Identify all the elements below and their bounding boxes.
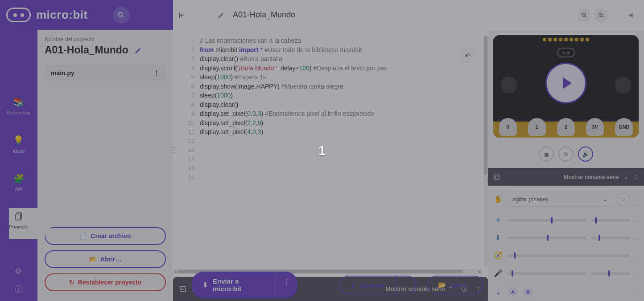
- expand-icon[interactable]: ⌄: [635, 235, 639, 241]
- expand-icon[interactable]: ⌄: [635, 217, 639, 223]
- expand-icon[interactable]: ⌄: [635, 270, 639, 276]
- zoom-out-button[interactable]: [577, 8, 591, 22]
- edge-pin-GND[interactable]: GND: [615, 118, 633, 136]
- file-title: A01-Hola_Mundo: [233, 10, 295, 20]
- sim-audio-button[interactable]: 🔊: [578, 146, 593, 162]
- svg-point-0: [119, 12, 123, 16]
- sensor-sound: 🎤 ⌄: [488, 264, 644, 282]
- file-name: main.py: [51, 69, 74, 77]
- bottom-action-bar: ⬇ Enviar a micro:bit ⋮ ⤓ Guardar ⋮ 📂 Abr…: [192, 273, 483, 297]
- pins-icon: ⇣: [493, 288, 503, 297]
- folder-icon: 📂: [438, 281, 446, 289]
- sound-slider-2[interactable]: [591, 272, 630, 275]
- nav-ideas[interactable]: 💡 Ideas: [13, 135, 25, 154]
- edge-pin-3V[interactable]: 3V: [586, 118, 604, 136]
- expand-icon[interactable]: ⌄: [635, 289, 639, 295]
- board-button-a[interactable]: [500, 77, 517, 94]
- open-file-button[interactable]: 📂 Abrir…: [45, 250, 166, 268]
- book-icon: 📚: [13, 97, 24, 107]
- nav-label: Ideas: [13, 148, 25, 154]
- send-more-button[interactable]: ⋮: [276, 272, 297, 298]
- sensor-compass: 🧭 ⌄: [488, 247, 644, 264]
- sensor-light: ☀ ⌄: [488, 212, 644, 229]
- simulator-play-button[interactable]: [545, 63, 586, 104]
- gesture-icon: ✋: [493, 195, 503, 203]
- nav-api[interactable]: 🧩 API: [13, 173, 25, 192]
- open-button[interactable]: 📂 Abrir…: [427, 276, 483, 294]
- edit-filename-icon[interactable]: [218, 12, 225, 19]
- logo-area: micro:bit: [0, 0, 173, 30]
- collapse-sidebar-button[interactable]: [173, 11, 191, 19]
- pin-chip-b[interactable]: B: [523, 287, 533, 297]
- svg-line-6: [585, 16, 586, 17]
- simulator-panel: 0123VGND ◼ ↻ 🔊 ⋮ Mostrar consola serie ⌄…: [488, 30, 644, 301]
- temp-slider[interactable]: [508, 236, 586, 239]
- left-nav: 📚 Referencia 💡 Ideas 🧩 API Proyecto ⚙ ⓘ: [0, 30, 37, 301]
- terminal-icon: [493, 174, 500, 180]
- edge-pin-0[interactable]: 0: [499, 118, 517, 136]
- gesture-select[interactable]: agitar (shake) ⌄: [508, 192, 612, 207]
- svg-rect-17: [494, 175, 499, 179]
- console-more-icon[interactable]: ⋮: [633, 174, 639, 180]
- board-logo-icon: [557, 48, 575, 57]
- nav-reference[interactable]: 📚 Referencia: [7, 97, 30, 115]
- undo-button[interactable]: ↶: [459, 48, 475, 64]
- nav-project[interactable]: Proyecto: [9, 212, 28, 229]
- chevron-down-icon: ⌄: [603, 196, 607, 203]
- save-button[interactable]: ⤓ Guardar: [339, 276, 396, 295]
- help-icon[interactable]: ⓘ: [15, 284, 23, 295]
- edit-project-icon[interactable]: [135, 47, 142, 54]
- chevron-down-icon[interactable]: ⌄: [623, 174, 628, 180]
- sound-slider[interactable]: [508, 272, 586, 275]
- splitter-handle[interactable]: ⋮: [484, 177, 491, 184]
- zoom-in-button[interactable]: [594, 8, 608, 22]
- expand-icon[interactable]: ⌄: [635, 196, 639, 202]
- gesture-play-button[interactable]: ▷: [617, 193, 630, 206]
- reset-icon: ↻: [69, 279, 74, 286]
- light-slider[interactable]: [508, 219, 586, 222]
- project-label: Nombre del proyecto: [45, 36, 166, 42]
- light-slider-2[interactable]: [591, 219, 630, 222]
- microbit-logo-icon: [6, 8, 31, 22]
- nav-label: Referencia: [7, 110, 30, 115]
- nav-label: API: [15, 187, 23, 192]
- sensor-temperature: 🌡 ⌄: [488, 229, 644, 247]
- thermometer-icon: 🌡: [493, 234, 503, 242]
- terminal-icon: [179, 285, 186, 293]
- edge-pin-1[interactable]: 1: [528, 118, 546, 136]
- reset-project-button[interactable]: ↻ Restablecer proyecto: [45, 273, 166, 291]
- folder-icon: 📂: [89, 256, 97, 263]
- edge-pin-2[interactable]: 2: [557, 118, 575, 136]
- sim-restart-button[interactable]: ↻: [558, 146, 574, 162]
- svg-rect-14: [16, 214, 21, 220]
- svg-line-1: [122, 16, 124, 17]
- save-more-button[interactable]: ⋮: [396, 276, 417, 295]
- sensor-list: ✋ agitar (shake) ⌄ ▷ ⌄ ☀ ⌄ 🌡 ⌄: [488, 186, 644, 301]
- editor-area: ⋮ ↶ 12345678910111213141516 # Las import…: [173, 30, 488, 301]
- sim-stop-button[interactable]: ◼: [539, 146, 554, 162]
- settings-icon[interactable]: ⚙: [15, 266, 23, 276]
- usb-icon: ⬇: [202, 281, 208, 289]
- board-button-b[interactable]: [615, 77, 632, 94]
- bulb-icon: 💡: [13, 135, 24, 146]
- sensor-pins: ⇣ A B ⌄: [488, 282, 644, 301]
- file-plus-icon: 📄: [79, 232, 87, 240]
- collapse-simulator-button[interactable]: [622, 11, 640, 19]
- project-panel: Nombre del proyecto A01-Hola_Mundo main.…: [37, 30, 173, 301]
- compass-slider[interactable]: [508, 254, 630, 257]
- sim-console-label[interactable]: Mostrar consola serie: [564, 174, 619, 180]
- create-file-button[interactable]: 📄 Crear archivo: [45, 227, 166, 245]
- temp-slider-2[interactable]: [591, 236, 630, 239]
- download-icon: ⤓: [350, 281, 356, 289]
- search-button[interactable]: [113, 7, 130, 24]
- send-to-microbit-button[interactable]: ⬇ Enviar a micro:bit: [192, 272, 276, 298]
- file-main-py[interactable]: main.py ⋮: [45, 65, 166, 81]
- code-editor[interactable]: 12345678910111213141516 # Las importacio…: [173, 30, 488, 182]
- puzzle-icon: 🧩: [13, 173, 25, 184]
- vertical-scrollbar[interactable]: [483, 36, 488, 267]
- pin-chip-a[interactable]: A: [508, 287, 518, 297]
- file-more-icon[interactable]: ⋮: [153, 69, 160, 77]
- expand-icon[interactable]: ⌄: [635, 252, 639, 258]
- files-icon: [14, 212, 24, 221]
- svg-rect-15: [180, 287, 186, 292]
